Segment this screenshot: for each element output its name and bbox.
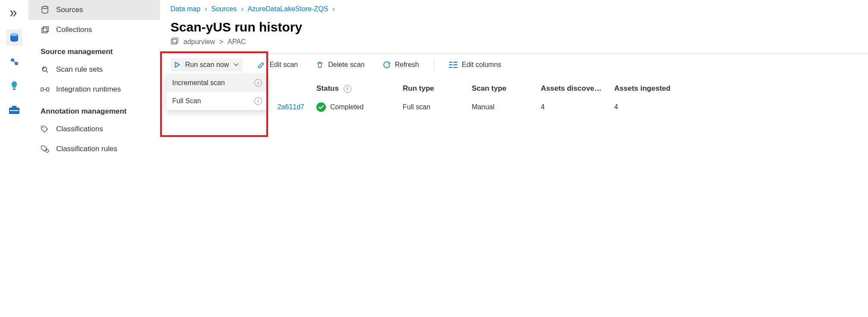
run-id-link[interactable]: 2a611d7 [278,103,304,111]
info-icon[interactable]: i [344,85,351,93]
col-header-assets-discovered[interactable]: Assets discove… [537,80,611,97]
bulb-icon [9,80,19,92]
page-title: Scan-yUS run history [170,20,858,35]
toolbar-separator [434,59,434,70]
col-header-scan-type[interactable]: Scan type [468,80,537,97]
svg-rect-6 [12,106,16,108]
dropdown-item-label: Full Scan [172,97,201,105]
nav-section-annotation-mgmt: Annotation management [28,99,160,119]
info-icon[interactable]: i [254,79,262,87]
edit-scan-label: Edit scan [269,61,298,69]
collection-path: adpurview > APAC [160,35,868,54]
col-header-status[interactable]: Status i [313,80,399,97]
check-circle-icon [316,102,326,112]
svg-rect-17 [173,38,178,43]
rail-insights-button[interactable] [6,78,22,94]
expand-rail-button[interactable] [6,5,22,22]
database-icon [41,6,49,14]
edit-columns-label: Edit columns [462,61,502,69]
tag-gear-icon [41,145,49,153]
breadcrumb-item[interactable]: Data map [170,5,200,13]
svg-rect-7 [10,110,19,111]
left-icon-rail [0,0,28,317]
chevron-right-icon: › [332,5,335,13]
chevron-right-icon: › [241,5,243,13]
dropdown-full-scan[interactable]: Full Scan i [166,92,268,110]
nav-item-integration-runtimes[interactable]: Integration runtimes [28,79,160,99]
lineage-icon [9,56,20,67]
svg-point-14 [42,127,43,128]
svg-rect-16 [171,39,177,44]
nav-item-label: Sources [56,6,83,14]
svg-point-2 [11,58,14,62]
integration-icon [41,85,49,94]
refresh-label: Refresh [395,61,419,69]
svg-rect-10 [43,27,48,32]
svg-rect-12 [41,88,43,91]
nav-item-scan-rule-sets[interactable]: Scan rule sets [28,60,160,79]
table-row[interactable]: 2a611d7 Completed Full scan Manual [170,97,858,117]
chevron-right-icon: › [205,5,207,13]
edit-columns-button[interactable]: Edit columns [445,58,505,71]
trash-icon [316,61,324,69]
svg-rect-9 [42,28,47,33]
edit-scan-button[interactable]: Edit scan [254,58,301,71]
svg-point-15 [46,149,48,152]
refresh-icon [383,61,391,69]
status-text: Completed [330,103,363,111]
breadcrumb-item[interactable]: Sources [211,5,237,13]
nav-item-label: Collections [56,25,92,34]
path-separator: > [219,38,223,46]
delete-scan-button[interactable]: Delete scan [312,58,368,71]
refresh-button[interactable]: Refresh [379,58,423,71]
collections-icon [41,25,49,34]
delete-scan-label: Delete scan [328,61,365,69]
nav-item-label: Classification rules [56,145,117,153]
svg-rect-4 [13,89,16,90]
run-scan-now-button[interactable]: Run scan now [170,58,243,71]
svg-point-1 [10,33,18,36]
nav-item-sources[interactable]: Sources [28,0,160,20]
scan-rule-icon [41,65,49,74]
col-header-run-type[interactable]: Run type [399,80,468,97]
rail-management-button[interactable] [6,102,22,118]
nav-item-label: Integration runtimes [56,85,121,94]
info-icon[interactable]: i [254,97,262,105]
svg-rect-13 [47,88,49,91]
collection-child: APAC [227,38,246,46]
chevron-expand-icon [10,10,18,16]
nav-item-label: Classifications [56,125,103,133]
pencil-icon [257,61,265,69]
columns-icon [449,61,458,68]
assets-ingested-cell: 4 [611,97,684,117]
dropdown-item-label: Incremental scan [172,79,225,87]
nav-section-source-mgmt: Source management [28,40,160,60]
run-type-cell: Full scan [399,97,468,117]
collection-root: adpurview [183,38,215,46]
run-scan-label: Run scan now [185,61,229,69]
run-scan-dropdown: Incremental scan i Full Scan i [166,74,268,110]
dropdown-incremental-scan[interactable]: Incremental scan i [166,74,268,92]
database-map-icon [9,32,20,43]
toolbar: Run scan now Edit scan Delete scan Refre… [160,54,868,76]
rail-lineage-button[interactable] [6,54,22,70]
side-nav: Sources Collections Source management Sc… [28,0,160,317]
breadcrumb: Data map › Sources › AzureDataLakeStore-… [160,0,868,16]
nav-item-classifications[interactable]: Classifications [28,119,160,139]
nav-item-classification-rules[interactable]: Classification rules [28,139,160,159]
rail-data-map-button[interactable] [6,29,22,46]
collection-icon [170,37,179,47]
chevron-down-icon [233,63,239,67]
nav-item-collections[interactable]: Collections [28,20,160,40]
tag-icon [41,125,49,133]
scan-type-cell: Manual [468,97,537,117]
nav-item-label: Scan rule sets [56,65,103,74]
assets-discovered-cell: 4 [537,97,611,117]
col-header-assets-ingested[interactable]: Assets ingested [611,80,684,97]
main-content: Data map › Sources › AzureDataLakeStore-… [160,0,868,317]
breadcrumb-item[interactable]: AzureDataLakeStore-ZQS [248,5,328,13]
run-history-table: Run ID Status i Run type Scan type Asset… [170,80,858,117]
play-icon [174,61,181,68]
toolbox-icon [8,105,20,115]
svg-point-8 [42,6,48,9]
